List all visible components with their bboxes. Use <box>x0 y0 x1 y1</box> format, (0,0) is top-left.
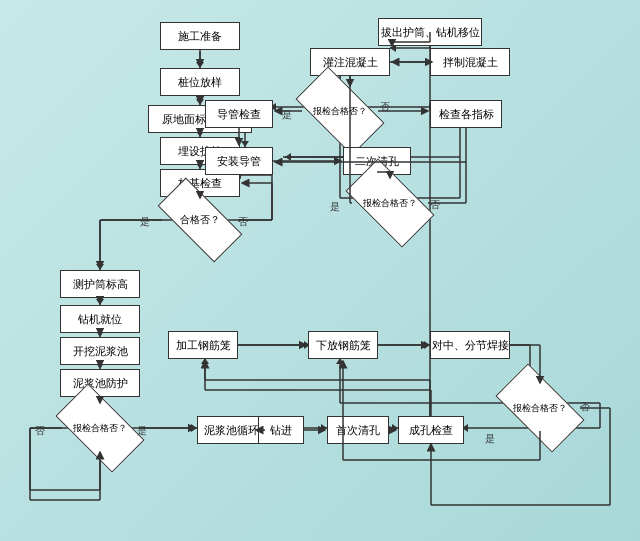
box-zhizhuningtu: 拌制混凝土 <box>430 48 510 76</box>
box-jiagongganglong: 加工钢筋笼 <box>168 331 238 359</box>
box-xiafangganglong: 下放钢筋笼 <box>308 331 378 359</box>
box-kaitunijachi: 开挖泥浆池 <box>60 337 140 365</box>
diamond-hege4: 报检合格否？ <box>300 88 380 134</box>
box-duizhong: 对中、分节焊接 <box>430 331 510 359</box>
box-zhuanchuhutong: 拔出护筒、钻机移位 <box>378 18 482 46</box>
diamond-hege3: 报检合格否？ <box>500 385 580 431</box>
box-nijijachixunhuan: 泥浆池循环 <box>197 416 265 444</box>
label-no1: 否 <box>238 215 248 229</box>
label-no3: 否 <box>580 400 590 414</box>
label-no5: 否 <box>430 198 440 212</box>
svg-marker-69 <box>285 153 291 161</box>
label-yes3: 是 <box>485 432 495 446</box>
label-no2: 否 <box>35 424 45 438</box>
flowchart: 施工准备 桩位放样 原地面标高测量 埋设护筒 桩基检查 合格否？ 是 否 测护筒… <box>0 0 640 541</box>
box-zhuiweifangyang: 桩位放样 <box>160 68 240 96</box>
box-cehutong: 测护筒标高 <box>60 270 140 298</box>
box-jianchazhibiao: 检查各指标 <box>430 100 502 128</box>
diamond-hege2: 报检合格否？ <box>60 405 140 451</box>
label-no4: 否 <box>380 100 390 114</box>
diamond-hege5: 报检合格否？ <box>350 180 430 226</box>
diamond-hege1: 合格否？ <box>160 200 240 240</box>
box-nijijachifanghu: 泥浆池防护 <box>60 369 140 397</box>
label-yes4: 是 <box>282 108 292 122</box>
box-zuanjin: 钻进 <box>258 416 304 444</box>
label-yes1: 是 <box>140 215 150 229</box>
box-zuanjijiuwei: 钻机就位 <box>60 305 140 333</box>
box-daoguan: 导管检查 <box>205 100 273 128</box>
box-anzhuangdaoguan: 安装导管 <box>205 147 273 175</box>
label-yes2: 是 <box>137 424 147 438</box>
box-shouciqingjing: 首次清孔 <box>327 416 389 444</box>
box-chengkongjianchai: 成孔检查 <box>398 416 464 444</box>
label-yes5: 是 <box>330 200 340 214</box>
box-shigongzhunbei: 施工准备 <box>160 22 240 50</box>
